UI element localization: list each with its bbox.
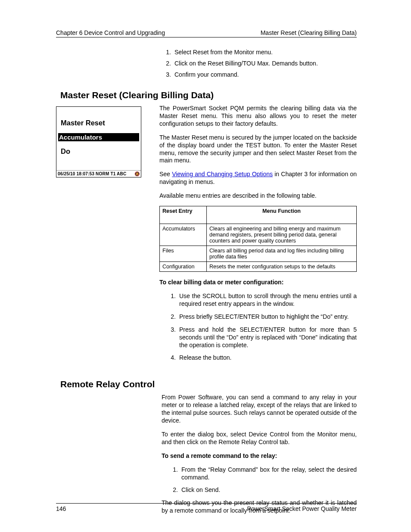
section-title-remote-relay: Remote Relay Control [60, 379, 357, 389]
step-text: Confirm your command. [174, 71, 239, 78]
device-screen: Master Reset Accumulators Do 06/25/10 18… [56, 106, 141, 177]
table-row: Files Clears all billing period data and… [160, 246, 357, 262]
intro-steps: 1.Select Reset from the Monitor menu. 2.… [162, 49, 357, 78]
table-cell: Configuration [160, 262, 207, 272]
step-text: Click on the Reset Billing/TOU Max. Dema… [174, 60, 318, 67]
section-title-master-reset: Master Reset (Clearing Billing Data) [60, 90, 357, 100]
table-cell: Resets the meter configuration setups to… [207, 262, 357, 272]
table-cell: Clears all engineering and billing energ… [207, 224, 357, 246]
step-text: Press briefly SELECT/ENTER button to hig… [179, 313, 349, 321]
table-cell: Files [160, 246, 207, 262]
device-status-text: 06/25/10 18:07:53 NORM T1 ABC [58, 171, 126, 176]
procedure-steps: 1.From the “Relay Command” box for the r… [169, 466, 357, 495]
page-number: 146 [56, 505, 66, 512]
step-text: Release the button. [179, 354, 231, 362]
step-num: 3. [167, 326, 176, 349]
reset-entries-table: Reset Entry Menu Function Accumulators C… [159, 206, 357, 272]
step-text: Press and hold the SELECT/ENTER button f… [179, 326, 357, 349]
body-paragraph: Available menu entries are described in … [159, 192, 357, 200]
bell-cancel-icon: 🔕 [134, 171, 140, 176]
table-header: Menu Function [207, 206, 357, 224]
step-num: 1. [162, 49, 171, 56]
device-screen-title: Master Reset [61, 119, 137, 127]
table-cell: Clears all billing period data and log f… [207, 246, 357, 262]
step-num: 3. [162, 71, 171, 78]
page-footer: 146 PowerSmart Socket Power Quality Mete… [56, 503, 357, 512]
table-header: Reset Entry [160, 206, 207, 224]
step-num: 1. [167, 292, 176, 308]
footer-title: PowerSmart Socket Power Quality Meter [247, 505, 357, 512]
step-num: 1. [169, 466, 178, 482]
device-screen-selected: Accumulators [58, 133, 139, 141]
procedure-lead: To clear billing data or meter configura… [159, 279, 357, 286]
header-left: Chapter 6 Device Control and Upgrading [56, 29, 165, 36]
body-paragraph: The Master Reset menu is secured by the … [159, 134, 357, 165]
step-num: 2. [162, 60, 171, 67]
step-text: From the “Relay Command” box for the rel… [181, 466, 357, 482]
device-screen-action: Do [61, 147, 137, 156]
page-header: Chapter 6 Device Control and Upgrading M… [56, 29, 357, 37]
procedure-lead: To send a remote command to the relay: [162, 452, 357, 460]
step-num: 4. [167, 354, 176, 362]
step-text: Click on Send. [181, 486, 220, 494]
body-paragraph: The PowerSmart Socket PQM permits the cl… [159, 105, 357, 128]
step-num: 2. [169, 486, 178, 494]
step-text: Use the SCROLL button to scroll through … [179, 292, 357, 308]
step-num: 2. [167, 313, 176, 321]
table-row: Accumulators Clears all engineering and … [160, 224, 357, 246]
body-paragraph: See Viewing and Changing Setup Options i… [159, 171, 357, 186]
header-right: Master Reset (Clearing Billing Data) [261, 29, 357, 36]
table-cell: Accumulators [160, 224, 207, 246]
body-paragraph: From Power Software, you can send a comm… [162, 394, 357, 425]
procedure-steps: 1.Use the SCROLL button to scroll throug… [167, 292, 357, 362]
link-viewing-setup[interactable]: Viewing and Changing Setup Options [172, 171, 273, 177]
step-text: Select Reset from the Monitor menu. [174, 49, 273, 56]
table-row: Configuration Resets the meter configura… [160, 262, 357, 272]
device-screen-status: 06/25/10 18:07:53 NORM T1 ABC 🔕 [56, 170, 141, 177]
body-paragraph: To enter the dialog box, select Device C… [162, 431, 357, 446]
